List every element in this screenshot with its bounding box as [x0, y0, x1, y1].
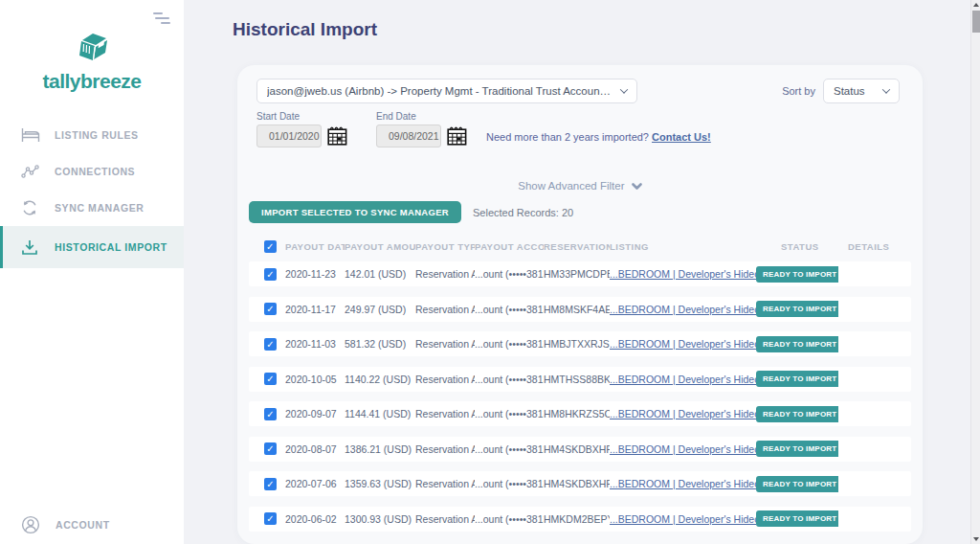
row-checkbox[interactable]: ✓ [264, 338, 277, 351]
reservation-cell: HM8HKRZS5C [544, 408, 610, 419]
payout-account-cell: ...ount (•••••3813) [475, 513, 544, 525]
sidebar-item-connections[interactable]: CONNECTIONS [0, 153, 184, 190]
chevron-down-icon [632, 183, 642, 191]
note-text: Need more than 2 years imported? [486, 131, 649, 143]
col-payout-amount[interactable]: PAYOUT AMOU... [345, 241, 415, 252]
status-badge: READY TO IMPORT [756, 476, 838, 492]
table-row: ✓ 2020-06-02 1300.93 (USD) Reservation A… [249, 507, 911, 532]
sort-by-label: Sort by [782, 85, 815, 97]
payout-account-cell: ...ount (•••••3813) [475, 268, 544, 280]
calendar-icon[interactable] [447, 126, 467, 146]
connections-icon [21, 165, 42, 179]
import-note: Need more than 2 years imported? Contact… [486, 131, 711, 143]
row-checkbox[interactable]: ✓ [264, 408, 277, 420]
advanced-filter-label: Show Advanced Filter [518, 180, 624, 192]
end-date-label: End Date [376, 111, 467, 122]
logo-text: tallybreeze [0, 70, 184, 93]
import-selected-button[interactable]: IMPORT SELECTED TO SYNC MANAGER [249, 201, 461, 223]
listing-link[interactable]: ...BEDROOM | Developer's Hideout [610, 408, 756, 419]
payout-amount-cell: 1359.63 (USD) [345, 478, 415, 489]
select-all-checkbox[interactable]: ✓ [264, 240, 277, 253]
table-row: ✓ 2020-11-17 249.97 (USD) Reservation Al… [249, 297, 911, 322]
payout-type-cell: Reservation All... [415, 304, 475, 315]
col-details[interactable]: DETAILS [838, 241, 911, 252]
logo: tallybreeze [0, 31, 184, 93]
scroll-up-arrow-icon[interactable] [973, 3, 979, 7]
tallybreeze-logo-icon [70, 31, 114, 65]
payout-amount-cell: 581.32 (USD) [345, 338, 415, 350]
end-date-input[interactable] [376, 125, 441, 147]
col-reservation[interactable]: RESERVATION [544, 241, 610, 252]
reservation-cell: HM33PMCDPB [544, 268, 610, 280]
listing-link[interactable]: ...BEDROOM | Developer's Hideout [610, 443, 756, 455]
table-row: ✓ 2020-08-07 1386.21 (USD) Reservation A… [249, 437, 911, 462]
table-body: ✓ 2020-11-23 142.01 (USD) Reservation Al… [249, 261, 911, 532]
payout-account-cell: ...ount (•••••3813) [475, 478, 544, 489]
status-badge: READY TO IMPORT [756, 510, 838, 527]
listing-link[interactable]: ...BEDROOM | Developer's Hideout [610, 478, 756, 489]
reservation-cell: HM8MSKF4AE [544, 304, 610, 315]
listing-link[interactable]: ...BEDROOM | Developer's Hideout [610, 374, 756, 385]
reservation-cell: HMTHSS88BK [544, 374, 610, 385]
menu-toggle-icon[interactable] [153, 12, 170, 24]
show-advanced-filter[interactable]: Show Advanced Filter [249, 180, 911, 192]
payout-account-cell: ...ount (•••••3813) [475, 408, 544, 419]
payout-date-cell: 2020-08-07 [285, 443, 345, 455]
chevron-down-icon [882, 85, 890, 93]
status-badge: READY TO IMPORT [756, 441, 838, 457]
listing-link[interactable]: ...BEDROOM | Developer's Hideout [610, 268, 756, 280]
reservation-cell: HM4SKDBXHF [544, 443, 610, 455]
sidebar-nav: LISTING RULES CONNECTIONS [0, 117, 184, 268]
row-checkbox[interactable]: ✓ [264, 442, 277, 455]
reservation-cell: HMKDM2BEPY [544, 513, 610, 525]
chevron-down-icon [620, 85, 628, 93]
payout-date-cell: 2020-11-23 [285, 268, 345, 280]
status-badge: READY TO IMPORT [756, 371, 838, 387]
payout-date-cell: 2020-09-07 [285, 408, 345, 419]
scrollbar-thumb[interactable] [972, 11, 980, 33]
payout-type-cell: Reservation All... [415, 374, 475, 385]
payout-amount-cell: 1386.21 (USD) [345, 443, 415, 455]
payout-type-cell: Reservation All... [415, 268, 475, 280]
sync-icon [21, 199, 42, 216]
sidebar-item-account[interactable]: ACCOUNT [0, 510, 110, 540]
row-checkbox[interactable]: ✓ [264, 478, 277, 490]
payout-date-cell: 2020-06-02 [285, 513, 345, 525]
payout-type-cell: Reservation All... [415, 408, 475, 419]
row-checkbox[interactable]: ✓ [264, 268, 277, 281]
sidebar: tallybreeze LISTING RULES CONNECTION [0, 0, 184, 544]
listing-link[interactable]: ...BEDROOM | Developer's Hideout [610, 304, 756, 315]
payout-amount-cell: 1300.93 (USD) [345, 513, 415, 525]
payout-amount-cell: 142.01 (USD) [345, 268, 415, 280]
col-status[interactable]: STATUS [756, 241, 838, 252]
download-icon [21, 239, 42, 256]
start-date-input[interactable] [256, 125, 322, 147]
connection-select[interactable]: jason@jweb.us (Airbnb) -> Property Mgmt … [256, 79, 637, 103]
listing-link[interactable]: ...BEDROOM | Developer's Hideout [610, 513, 756, 525]
scroll-down-arrow-icon[interactable] [973, 537, 979, 541]
payout-date-cell: 2020-11-03 [285, 338, 345, 350]
sidebar-item-listing-rules[interactable]: LISTING RULES [0, 117, 184, 153]
col-payout-type[interactable]: PAYOUT TYPE [415, 241, 475, 252]
sidebar-item-historical-import[interactable]: HISTORICAL IMPORT [0, 226, 184, 268]
payout-account-cell: ...ount (•••••3813) [475, 443, 544, 455]
row-checkbox[interactable]: ✓ [264, 303, 277, 315]
connection-select-value: jason@jweb.us (Airbnb) -> Property Mgmt … [267, 85, 612, 97]
row-checkbox[interactable]: ✓ [264, 373, 277, 385]
vertical-scrollbar[interactable] [970, 0, 980, 544]
col-payout-date[interactable]: PAYOUT DATE [285, 241, 345, 252]
contact-us-link[interactable]: Contact Us! [652, 131, 711, 143]
start-date-label: Start Date [256, 111, 347, 122]
col-listing[interactable]: LISTING [610, 241, 756, 252]
calendar-icon[interactable] [327, 126, 347, 146]
payout-date-cell: 2020-11-17 [285, 304, 345, 315]
payout-account-cell: ...ount (•••••3813) [475, 374, 544, 385]
sort-select[interactable]: Status [823, 79, 900, 103]
table-row: ✓ 2020-07-06 1359.63 (USD) Reservation A… [249, 471, 911, 496]
sidebar-item-label: LISTING RULES [55, 129, 139, 141]
selected-records-count: Selected Records: 20 [473, 207, 573, 218]
listing-link[interactable]: ...BEDROOM | Developer's Hideout [610, 338, 756, 350]
sidebar-item-sync-manager[interactable]: SYNC MANAGER [0, 190, 184, 226]
col-payout-account[interactable]: PAYOUT ACCO... [475, 241, 544, 252]
row-checkbox[interactable]: ✓ [264, 512, 277, 525]
